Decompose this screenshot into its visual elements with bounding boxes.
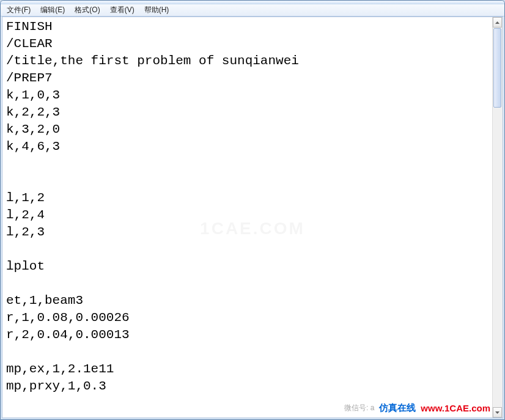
menu-edit[interactable]: 编辑(E) <box>35 4 70 17</box>
scroll-down-arrow[interactable] <box>493 407 502 418</box>
menu-help[interactable]: 帮助(H) <box>139 4 174 17</box>
content-area: FINISH /CLEAR /title,the first problem o… <box>2 17 503 418</box>
app-window: 文件(F) 编辑(E) 格式(O) 查看(V) 帮助(H) FINISH /CL… <box>0 0 505 420</box>
chevron-down-icon <box>495 411 499 414</box>
vertical-scrollbar[interactable] <box>492 17 503 418</box>
text-editor[interactable]: FINISH /CLEAR /title,the first problem o… <box>2 17 492 418</box>
chevron-up-icon <box>495 21 499 24</box>
menubar: 文件(F) 编辑(E) 格式(O) 查看(V) 帮助(H) <box>1 4 504 17</box>
menu-format[interactable]: 格式(O) <box>70 4 105 17</box>
menu-file[interactable]: 文件(F) <box>2 4 35 17</box>
scroll-thumb[interactable] <box>493 28 501 108</box>
scroll-up-arrow[interactable] <box>493 17 502 28</box>
menu-view[interactable]: 查看(V) <box>105 4 139 17</box>
